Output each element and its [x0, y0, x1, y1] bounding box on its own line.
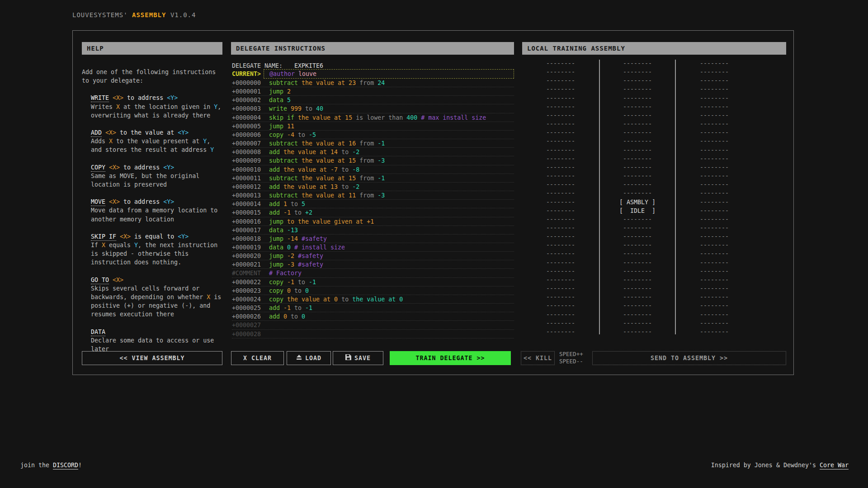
assembly-slot-placeholder: --------: [676, 310, 753, 319]
code-row[interactable]: +0000007subtract the value at 16 from -1: [232, 139, 514, 148]
text-segment: <Y>: [163, 198, 174, 205]
assembly-slot-placeholder: --------: [599, 180, 676, 189]
send-to-assembly-button[interactable]: SEND TO ASSEMBLY >>: [592, 351, 786, 365]
assembly-slot-placeholder: --------: [522, 310, 599, 319]
text-segment: jump: [269, 235, 283, 242]
line-number: +0000010: [232, 165, 269, 174]
text-segment: -5: [305, 131, 316, 138]
instruction-text: add -1 to -1: [269, 304, 312, 312]
text-segment: data: [269, 244, 283, 251]
assembly-slot-placeholder: --------: [599, 276, 676, 284]
instruction-text: copy the value at 0 to the value at 0: [269, 295, 403, 303]
code-row[interactable]: +0000012add the value at 13 to -2: [232, 183, 514, 191]
line-number: +0000013: [232, 191, 269, 199]
discord-link[interactable]: DISCORD: [53, 462, 78, 469]
code-row[interactable]: +0000000subtract the value at 23 from 24: [232, 79, 514, 87]
assembly-slot-placeholder: --------: [676, 206, 753, 215]
code-row[interactable]: +0000018jump -14 #safety: [232, 235, 514, 243]
save-button[interactable]: SAVE: [333, 351, 383, 365]
current-instruction-input[interactable]: @author louve: [264, 69, 514, 79]
code-row[interactable]: +0000021jump -3 #safety: [232, 260, 514, 269]
text-segment: 0: [283, 287, 291, 294]
code-row[interactable]: +0000026add 0 to 0: [232, 312, 514, 321]
instruction-text: subtract the value at 15 from -1: [269, 174, 385, 182]
code-row[interactable]: +0000011subtract the value at 15 from -1: [232, 174, 514, 183]
line-number: +0000009: [232, 156, 269, 164]
help-entry: COPY <X> to address <Y>Same as MOVE, but…: [82, 163, 226, 189]
text-segment: [102, 129, 105, 136]
line-number: +0000016: [232, 217, 269, 225]
text-segment: to: [338, 166, 349, 173]
code-row[interactable]: +0000027: [232, 321, 514, 329]
code-row[interactable]: +0000020jump -2 #safety: [232, 252, 514, 260]
text-segment: to: [338, 183, 349, 190]
line-number: +0000004: [232, 113, 269, 122]
code-row[interactable]: +0000006copy -4 to -5: [232, 131, 514, 139]
code-row[interactable]: +0000002data 5: [232, 96, 514, 104]
core-war-link[interactable]: Core War: [820, 462, 849, 469]
assembly-slot-placeholder: --------: [522, 76, 599, 85]
code-row[interactable]: +0000010add the value at -7 to -8: [232, 165, 514, 174]
assembly-slot-placeholder: --------: [522, 206, 599, 215]
text-segment: to: [291, 209, 302, 216]
line-number: #COMMENT: [232, 269, 269, 277]
train-delegate-button[interactable]: TRAIN DELEGATE >>: [390, 351, 511, 365]
text-segment: add: [269, 305, 280, 311]
speed-up-button[interactable]: SPEED++: [559, 351, 588, 358]
text-segment: the value at 0: [283, 296, 338, 303]
load-button[interactable]: LOAD: [287, 351, 331, 365]
text-segment: -13: [283, 227, 298, 234]
assembly-slot-placeholder: --------: [676, 284, 753, 293]
help-entry-line: resumes execution there: [91, 310, 226, 319]
kill-button[interactable]: << KILL: [521, 351, 555, 365]
code-row[interactable]: +0000016jump to the value given at +1: [232, 217, 514, 226]
footer-credit-prefix: Inspired by Jones & Dewdney's: [711, 462, 820, 469]
code-row[interactable]: +0000023copy 0 to 0: [232, 286, 514, 295]
text-segment: add: [269, 313, 280, 320]
text-segment: 0: [283, 244, 291, 251]
clear-button[interactable]: X CLEAR: [231, 351, 284, 365]
code-row[interactable]: +0000013subtract the value at 11 from -3: [232, 191, 514, 200]
code-row[interactable]: #COMMENT# Factory: [232, 269, 514, 277]
code-row[interactable]: +0000015add -1 to +2: [232, 208, 514, 217]
code-row[interactable]: +0000019data 0 # install size: [232, 243, 514, 252]
text-segment: -14: [283, 235, 298, 242]
app-brand: ASSEMBLY: [132, 11, 166, 19]
text-segment: X: [116, 103, 120, 110]
text-segment: -1: [283, 279, 294, 286]
code-row[interactable]: +0000005jump 11: [232, 122, 514, 131]
code-row[interactable]: +0000017data -13: [232, 226, 514, 235]
text-segment: from: [356, 140, 374, 147]
text-segment: from: [356, 157, 374, 164]
code-row[interactable]: +0000003write 999 to 40: [232, 104, 514, 113]
help-entry-line: overwriting what is already there: [91, 111, 226, 120]
text-segment: the value at 15: [294, 114, 352, 121]
assembly-slot-placeholder: --------: [676, 319, 753, 328]
text-segment: copy: [269, 279, 283, 286]
delegate-name-value[interactable]: EXPKITE6: [294, 62, 323, 69]
help-entry-line: positive (+) or negative (-), and: [91, 301, 226, 310]
code-row[interactable]: +0000009subtract the value at 15 from -3: [232, 156, 514, 165]
help-entry-heading: COPY <X> to address <Y>: [91, 163, 226, 172]
assembly-slot-placeholder: --------: [599, 293, 676, 301]
assembly-slot-placeholder: --------: [522, 284, 599, 293]
code-row[interactable]: +0000028: [232, 330, 514, 338]
code-row[interactable]: +0000024copy the value at 0 to the value…: [232, 295, 514, 304]
text-segment: MOVE: [91, 198, 105, 206]
save-label: SAVE: [354, 352, 371, 365]
assembly-slot-placeholder: --------: [599, 111, 676, 120]
code-row[interactable]: +0000022copy -1 to -1: [232, 278, 514, 286]
help-entry-line: Skips several cells forward or: [91, 284, 226, 293]
code-row[interactable]: +0000014add 1 to 5: [232, 200, 514, 208]
code-row[interactable]: +0000008add the value at 14 to -2: [232, 148, 514, 156]
assembly-slot-placeholder: --------: [599, 128, 676, 137]
view-assembly-button[interactable]: << VIEW ASSEMBLY: [82, 351, 222, 365]
text-segment: to: [291, 305, 302, 311]
code-row[interactable]: +0000001jump 2: [232, 87, 514, 96]
speed-down-button[interactable]: SPEED--: [559, 358, 588, 365]
assembly-slot-placeholder: --------: [599, 163, 676, 172]
assembly-column-1: ----------------------------------------…: [522, 59, 599, 336]
code-row[interactable]: +0000025add -1 to -1: [232, 304, 514, 312]
code-row[interactable]: +0000004skip if the value at 15 is lower…: [232, 113, 514, 122]
text-segment: to: [302, 105, 312, 112]
